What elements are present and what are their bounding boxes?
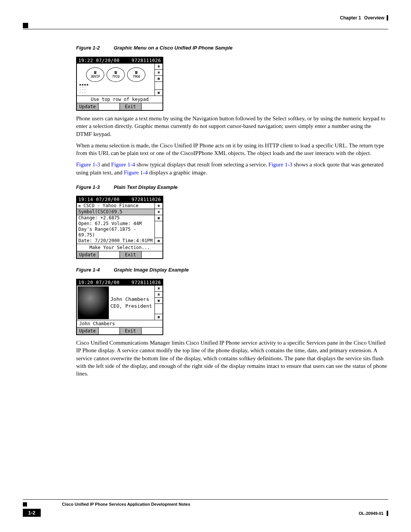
footer-doc-title: Cisco Unified IP Phone Services Applicat… bbox=[62, 502, 190, 506]
page-footer: Cisco Unified IP Phone Services Applicat… bbox=[23, 499, 388, 517]
phone-model-icon: ☎ 30VIP bbox=[86, 67, 104, 82]
line-icon: ☎ bbox=[155, 292, 162, 298]
figure-title: Plain Text Display Example bbox=[114, 184, 178, 190]
figure-1-3-link[interactable]: Figure 1-3 bbox=[76, 161, 100, 168]
handset-icon: ☎ bbox=[94, 70, 96, 74]
stock-change: Change: +2.6875 bbox=[77, 215, 155, 221]
stock-title: ⊕ CSCO - Yahoo Finance bbox=[77, 203, 155, 209]
screen-prompt: Make Your Selection... bbox=[77, 244, 162, 251]
keypad-icon: ▪▪▪▪◦◦◦◦◦◦◦◦◦ bbox=[77, 83, 155, 96]
person-name: John Chambers bbox=[110, 296, 155, 303]
icon-label: 7910 bbox=[112, 74, 119, 79]
portrait-image bbox=[78, 286, 109, 319]
stock-symbol: Symbol(CSCO)69.5 bbox=[77, 209, 155, 215]
stock-range: Day's Range(67.1875 - 69.75) bbox=[77, 227, 155, 238]
footer-bar-icon bbox=[387, 511, 388, 516]
page-header: Chapter 1 Overview bbox=[23, 15, 388, 21]
line-icon: ☎ bbox=[155, 209, 162, 215]
figure-title: Graphic Image Display Example bbox=[114, 267, 189, 273]
text: displays a graphic image. bbox=[148, 169, 207, 176]
line-icon: ▦ bbox=[155, 314, 162, 320]
body-paragraph: When a menu selection is made, the Cisco… bbox=[76, 142, 388, 157]
handset-icon: ☎ bbox=[135, 70, 137, 74]
body-paragraph: Cisco Unified Communications Manager lim… bbox=[76, 339, 388, 377]
line-icon: ☎ bbox=[155, 286, 162, 292]
softkey-blank bbox=[99, 103, 120, 110]
screen-time: 19:22 07/20/00 bbox=[78, 58, 119, 64]
header-rule bbox=[23, 29, 388, 29]
body-paragraph: Phone users can navigate a text menu by … bbox=[76, 115, 388, 138]
line-icon: ▦ bbox=[155, 89, 162, 96]
line-icon: ☎ bbox=[155, 64, 162, 70]
figure-label: Figure 1-4 bbox=[76, 267, 112, 273]
softkey-blank bbox=[142, 103, 163, 110]
figure-label: Figure 1-3 bbox=[76, 184, 112, 191]
handset-icon: ☎ bbox=[114, 70, 117, 74]
body-paragraph: Figure 1-3 and Figure 1-4 show typical d… bbox=[76, 161, 388, 176]
figure-1-3-caption: Figure 1-3 Plain Text Display Example bbox=[76, 184, 388, 191]
chapter-title: Overview bbox=[364, 15, 384, 21]
stock-open-volume: Open: 67.25 Volume: 44M bbox=[77, 221, 155, 227]
screen-time: 19:14 07/20/00 bbox=[78, 197, 119, 203]
stock-date: Date: 7/20/2000 Time:4:01PM bbox=[77, 238, 155, 244]
softkey-blank bbox=[142, 328, 163, 334]
page-number-badge: 1-2 bbox=[23, 509, 41, 517]
globe-icon: ⊕ bbox=[78, 204, 81, 208]
figure-1-4-caption: Figure 1-4 Graphic Image Display Example bbox=[76, 267, 388, 273]
doc-id: OL-20949-01 bbox=[359, 511, 384, 516]
phone-model-icon: ☎ 7960 bbox=[127, 67, 145, 82]
softkey-update: Update bbox=[77, 251, 99, 258]
softkey-blank bbox=[99, 328, 120, 334]
line-icon: ▦ bbox=[155, 76, 162, 82]
line-icon: ▦ bbox=[155, 238, 162, 244]
figure-1-4-screen: 19:20 07/20/00 9728111026 John Chambers … bbox=[76, 279, 163, 335]
text: CSCO - Yahoo Finance bbox=[83, 203, 139, 208]
screen-ext: 9728111026 bbox=[132, 197, 161, 203]
corner-square-icon bbox=[23, 23, 28, 28]
softkey-update: Update bbox=[77, 328, 99, 334]
phone-model-icon: ☎ 7910 bbox=[107, 67, 125, 82]
screen-ext: 9728111026 bbox=[132, 58, 161, 64]
screen-ext: 9728111026 bbox=[132, 280, 161, 286]
line-icon: ☎ bbox=[155, 70, 162, 76]
softkey-exit: Exit bbox=[120, 103, 142, 110]
figure-1-2-screen: 19:22 07/20/00 9728111026 ☎ 30VIP ☎ 7910 bbox=[76, 57, 163, 111]
figure-1-3-screen: 19:14 07/20/00 9728111026 ⊕ CSCO - Yahoo… bbox=[76, 196, 163, 259]
icon-label: 7960 bbox=[132, 74, 140, 79]
person-role: CEO, President bbox=[110, 303, 155, 310]
text: and bbox=[100, 161, 111, 168]
softkey-blank bbox=[99, 251, 120, 258]
figure-title: Graphic Menu on a Cisco Unified IP Phone… bbox=[114, 45, 233, 51]
line-icon: ▦ bbox=[155, 215, 162, 221]
screen-prompt: Use top row of keypad bbox=[77, 96, 162, 103]
icon-label: 30VIP bbox=[91, 74, 100, 79]
figure-label: Figure 1-2 bbox=[76, 45, 112, 51]
softkey-exit: Exit bbox=[120, 328, 142, 334]
line-icon: ▦ bbox=[155, 298, 162, 304]
header-bar-icon bbox=[387, 15, 388, 21]
text: show typical displays that result from s… bbox=[135, 161, 268, 168]
figure-1-4-link[interactable]: Figure 1-4 bbox=[124, 169, 148, 176]
footer-square-icon bbox=[23, 502, 27, 506]
line-icon: ☎ bbox=[155, 203, 162, 209]
softkey-update: Update bbox=[77, 103, 99, 110]
figure-1-3-link[interactable]: Figure 1-3 bbox=[268, 161, 292, 168]
chapter-label: Chapter 1 bbox=[340, 15, 361, 21]
softkey-exit: Exit bbox=[120, 251, 142, 258]
screen-time: 19:20 07/20/00 bbox=[78, 280, 119, 286]
figure-1-2-caption: Figure 1-2 Graphic Menu on a Cisco Unifi… bbox=[76, 45, 388, 51]
figure-1-4-link[interactable]: Figure 1-4 bbox=[111, 161, 135, 168]
screen-prompt: John Chambers bbox=[77, 320, 162, 327]
softkey-blank bbox=[142, 251, 163, 258]
